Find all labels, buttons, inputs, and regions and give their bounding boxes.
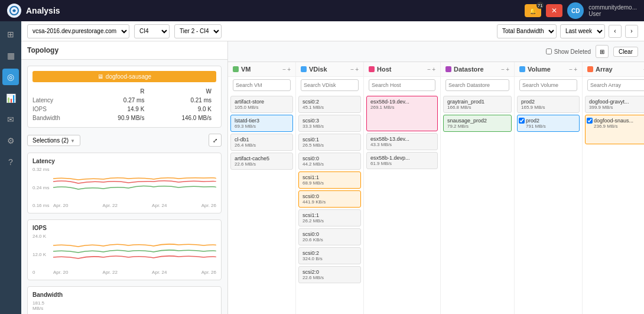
selections-bar: Selections (2) ▼ ⤢ — [27, 134, 222, 147]
user-role: User — [588, 11, 637, 17]
sidebar-item-messages[interactable]: ✉ — [2, 111, 19, 128]
selections-button[interactable]: Selections (2) ▼ — [27, 135, 80, 146]
main-content: vcsa-2016.dev.purestorage.com CI4 Tier 2… — [21, 21, 644, 314]
datastore-minus-btn[interactable]: − — [501, 66, 505, 73]
host-plus-btn[interactable]: + — [432, 66, 435, 73]
vm-search-input[interactable] — [233, 79, 291, 91]
sidebar-item-settings[interactable]: ⚙ — [2, 132, 19, 149]
list-item[interactable]: scsi2:0 22.6 MB/s — [298, 266, 361, 283]
bandwidth-chart-area: 181.5 MB/s 190.7 MB/s 0.0 B/s Apr. 20 — [32, 300, 216, 314]
list-item[interactable]: scsi0:0 441.9 KB/s — [298, 190, 361, 208]
iops-y-labels: 24.0 K 12.0 K 0 — [32, 234, 53, 275]
nav-next-button[interactable]: › — [625, 25, 638, 38]
nav-prev-button[interactable]: ‹ — [609, 25, 622, 38]
sidebar-item-dashboard[interactable]: ▦ — [2, 47, 19, 64]
ci4-select[interactable]: CI4 — [134, 24, 170, 38]
list-item[interactable]: scsi1:1 68.9 MB/s — [298, 171, 361, 189]
array-item-checkbox[interactable] — [587, 118, 593, 124]
vm-icon — [233, 66, 239, 72]
list-item[interactable]: esx58b-13.dev... 43.3 MB/s — [366, 133, 438, 150]
vcsa-select[interactable]: vcsa-2016.dev.purestorage.com — [27, 24, 129, 38]
period-select[interactable]: Last week — [560, 24, 605, 38]
bandwidth-select[interactable]: Total Bandwidth — [497, 24, 557, 38]
array-search-input[interactable] — [587, 79, 644, 91]
user-name: communitydemo... — [588, 4, 637, 11]
page-title: Analysis — [26, 6, 60, 15]
vdisk-search-input[interactable] — [301, 79, 359, 91]
sidebar-item-charts[interactable]: 📊 — [2, 90, 19, 106]
filter-button[interactable]: ⊞ — [596, 45, 609, 58]
array-column-header: Array − + — [583, 62, 644, 77]
list-item[interactable]: scsi0:2 45.1 MB/s — [298, 96, 361, 113]
host-minus-btn[interactable]: − — [427, 66, 431, 73]
vm-column-actions: − + — [282, 66, 291, 73]
host-icon — [369, 66, 375, 72]
list-item[interactable]: artifact-cache5 22.6 MB/s — [230, 153, 293, 170]
list-item[interactable]: prod2 791 MB/s — [517, 115, 580, 132]
list-item[interactable]: lstatd-tier3 69.3 MB/s — [230, 115, 293, 132]
host-search-input[interactable] — [369, 79, 435, 91]
vm-plus-btn[interactable]: + — [287, 66, 291, 73]
list-item[interactable]: artifact-store 105.0 MB/s — [230, 96, 293, 113]
notifications-button[interactable]: 🔔 71 — [525, 4, 541, 17]
storage-card: 🖥 dogfood-sausage R W — [27, 66, 222, 128]
datastore-column-actions: − + — [501, 66, 509, 73]
volume-column-actions: − + — [569, 66, 577, 73]
vdisk-column-header: VDisk − + — [296, 62, 363, 77]
list-item[interactable]: scsi0:0 20.6 KB/s — [298, 228, 361, 245]
volume-plus-btn[interactable]: + — [574, 66, 577, 73]
vdisk-column-actions: − + — [350, 66, 359, 73]
show-deleted-checkbox[interactable] — [546, 48, 552, 54]
user-info: communitydemo... User — [588, 4, 637, 17]
list-item[interactable]: scsi0:0 44.2 MB/s — [298, 153, 361, 170]
list-item[interactable]: scsi0:3 33.3 MB/s — [298, 115, 361, 132]
top-header: Analysis 🔔 71 ✕ CD communitydemo... User — [0, 0, 644, 21]
list-item[interactable]: esx58d-19.dev... 269.1 MB/s — [366, 96, 438, 131]
list-item[interactable]: scsi1:1 26.2 MB/s — [298, 209, 361, 226]
iops-chart-title: IOPS — [32, 225, 216, 231]
datastore-items: graytrain_prod1 166.8 MB/s snausage_prod… — [441, 93, 514, 314]
datastore-plus-btn[interactable]: + — [506, 66, 509, 73]
volume-column-title: Volume — [519, 66, 551, 73]
clear-button[interactable]: Clear — [613, 47, 638, 57]
list-item[interactable]: dogfood-snaus... 236.9 MB/s — [585, 115, 644, 144]
list-item[interactable]: graytrain_prod1 166.8 MB/s — [443, 96, 512, 113]
iops-r: 14.9 K — [87, 105, 149, 114]
expand-button[interactable]: ⤢ — [209, 134, 222, 147]
sidebar-item-help[interactable]: ? — [2, 154, 19, 170]
topology-content: VM − + artifact-store — [228, 62, 644, 314]
latency-x-labels: Apr. 20 Apr. 22 Apr. 24 Apr. 26 — [53, 203, 216, 208]
topology-toolbar: Show Deleted ⊞ Clear — [228, 41, 644, 62]
left-panel: Topology 🖥 dogfood-sausage R — [21, 41, 228, 314]
array-column: Array − + dogfood-gravyt. — [583, 62, 644, 314]
list-item[interactable]: prod2 165.9 MB/s — [517, 96, 580, 113]
vm-search — [228, 77, 295, 93]
right-panel: Show Deleted ⊞ Clear VM — [228, 41, 644, 314]
volume-item-checkbox[interactable] — [519, 118, 525, 124]
list-item[interactable]: cl-db1 26.4 MB/s — [230, 134, 293, 151]
sidebar-item-home[interactable]: ⊞ — [2, 26, 19, 43]
vdisk-plus-btn[interactable]: + — [355, 66, 359, 73]
list-item[interactable]: scsi0:2 324.0 B/s — [298, 247, 361, 264]
volume-search-input[interactable] — [519, 79, 577, 91]
latency-w: 0.21 ms — [149, 96, 216, 105]
columns-container: VM − + artifact-store — [228, 62, 644, 314]
list-item[interactable]: esx58b-1.devp... 61.9 MB/s — [366, 152, 438, 169]
close-button[interactable]: ✕ — [546, 4, 562, 17]
list-item[interactable]: snausage_prod2 79.2 MB/s — [443, 115, 512, 132]
latency-chart-area: 0.32 ms 0.24 ms 0.16 ms A — [32, 167, 216, 208]
datastore-search-input[interactable] — [445, 79, 509, 91]
vdisk-minus-btn[interactable]: − — [350, 66, 354, 73]
datastore-icon — [445, 66, 451, 72]
list-item[interactable]: scsi0:1 26.5 MB/s — [298, 134, 361, 151]
tier2-select[interactable]: Tier 2 - CI4 — [174, 24, 222, 38]
list-item[interactable]: dogfood-gravyt... 399.9 MB/s — [585, 96, 644, 113]
topology-header: Topology — [21, 41, 227, 60]
storage-metrics-table: R W Latency 0.27 ms 0.21 ms IOPS — [32, 87, 216, 122]
volume-minus-btn[interactable]: − — [569, 66, 573, 73]
chevron-down-icon: ▼ — [70, 138, 75, 144]
left-sidebar: ⊞ ▦ ◎ 📊 ✉ ⚙ ? — [0, 21, 21, 314]
vm-minus-btn[interactable]: − — [282, 66, 286, 73]
sidebar-item-analysis[interactable]: ◎ — [2, 69, 19, 85]
vm-column-header: VM − + — [228, 62, 295, 77]
